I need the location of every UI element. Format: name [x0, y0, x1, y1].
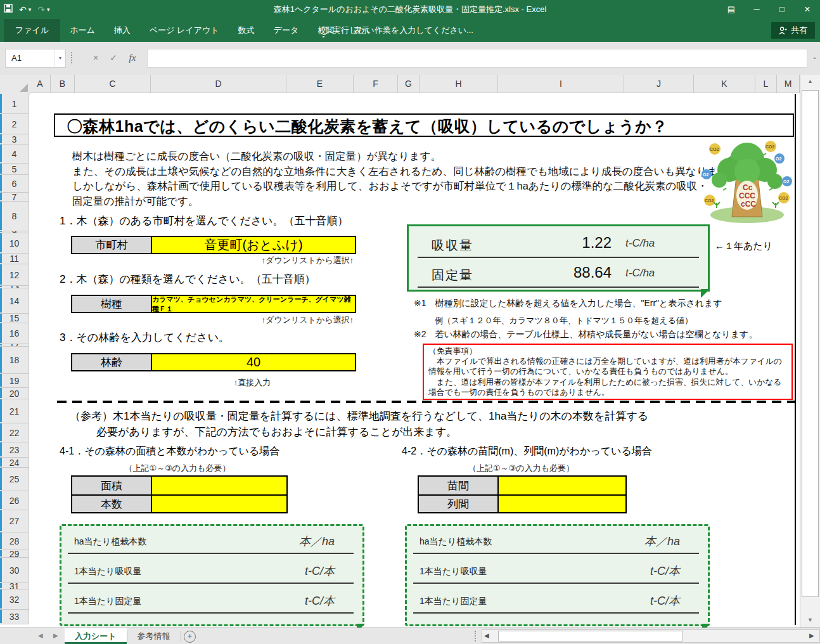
row-header-28[interactable]: 28 [0, 532, 29, 550]
ribbon-tab-5[interactable]: データ [264, 19, 309, 42]
share-button[interactable]: 共有 [771, 22, 815, 39]
underline [413, 583, 699, 584]
column-header-D[interactable]: D [151, 75, 286, 93]
intro-text: 樹木は樹種ごとに成長の度合い（二酸化炭素の吸収・固定量）が異なります。また、その… [72, 149, 739, 209]
column-header-M[interactable]: M [777, 75, 800, 93]
absorption-value: 1.22 [497, 234, 612, 252]
enter-icon[interactable]: ✓ [106, 49, 120, 67]
row-header-10[interactable]: 10 [0, 233, 29, 254]
row-header-4[interactable]: 4 [0, 145, 29, 164]
add-sheet-icon[interactable]: + [184, 631, 196, 643]
row-header-30[interactable]: 30 [0, 558, 29, 583]
ribbon-tab-0[interactable]: ファイル [4, 19, 60, 42]
sheet-nav-prev-icon[interactable]: ◀ [38, 632, 43, 639]
ribbon-tab-3[interactable]: ページ レイアウト [140, 19, 229, 42]
select-all-corner[interactable] [0, 75, 30, 94]
column-header-A[interactable]: A [30, 75, 51, 93]
scroll-up-icon[interactable]: ▲ [800, 75, 820, 87]
scroll-down-icon[interactable]: ▼ [800, 614, 820, 626]
row-header-1[interactable]: 1 [0, 94, 29, 114]
row-header-23[interactable]: 23 [0, 442, 29, 458]
row-header-16[interactable]: 16 [0, 323, 29, 344]
row-header-21[interactable]: 21 [0, 399, 29, 423]
row-header-2[interactable]: 2 [0, 114, 29, 134]
row-header-7[interactable]: 7 [0, 193, 29, 202]
close-icon[interactable]: × [795, 0, 820, 19]
row-header-18[interactable]: 18 [0, 347, 29, 374]
formula-expand-icon[interactable]: ⌄ [812, 53, 817, 60]
column-header-E[interactable]: E [286, 75, 354, 93]
row-header-5[interactable]: 5 [0, 164, 29, 175]
row-header-32[interactable]: 32 [0, 589, 29, 610]
row-header-25[interactable]: 25 [0, 468, 29, 491]
calc-box-left: ha当たり植栽本数本／ha1本当たり吸収量t-C/本1本当たり固定量t-C/本 [60, 524, 364, 626]
age-input-cell[interactable]: 40 [152, 354, 355, 370]
name-box-dropdown-icon[interactable]: ▾ [54, 49, 66, 68]
ribbon-tab-4[interactable]: 数式 [229, 19, 264, 42]
insert-function-icon[interactable]: fx [124, 49, 141, 67]
column-header-J[interactable]: J [624, 75, 694, 93]
maximize-icon[interactable]: □ [769, 0, 795, 19]
row-header-15[interactable]: 15 [0, 314, 29, 323]
column-header-I[interactable]: I [498, 75, 624, 93]
scroll-left-icon[interactable]: ◀ [484, 632, 489, 639]
column-header-L[interactable]: L [755, 75, 777, 93]
calc-row-unit: 本／ha [299, 534, 335, 549]
column-header-G[interactable]: G [398, 75, 420, 93]
calc-row-label: ha当たり植栽本数 [420, 536, 492, 548]
vertical-scrollbar[interactable]: ▲ ▼ [800, 75, 820, 628]
dropdown-hint-2: ↑ダウンリストから選択↑ [190, 314, 354, 326]
vertical-scroll-thumb[interactable] [802, 90, 819, 597]
row-header-14[interactable]: 14 [0, 288, 29, 314]
row-header-27[interactable]: 27 [0, 510, 29, 532]
name-box[interactable]: A1 [5, 49, 61, 68]
row-header-26[interactable]: 26 [0, 491, 29, 510]
row-spacing-input-cell[interactable] [499, 496, 625, 512]
column-header-K[interactable]: K [694, 75, 755, 93]
underline [418, 257, 699, 258]
window-title: 森林1ヘクタールのおおよその二酸化炭素吸収量・固定量推定.xlsx - Exce… [0, 0, 820, 19]
row-header-22[interactable]: 22 [0, 423, 29, 442]
formula-input[interactable] [147, 49, 807, 68]
minimize-icon[interactable]: ─ [744, 0, 769, 19]
calc-row-unit: t-C/本 [650, 593, 680, 609]
row-header-33[interactable]: 33 [0, 610, 29, 624]
row-header-8[interactable]: 8 [0, 202, 29, 231]
row-header-20[interactable]: 20 [0, 388, 29, 399]
sheet-tab-1[interactable]: 参考情報 [127, 628, 181, 644]
formula-bar-grip[interactable] [71, 52, 72, 63]
row-header-12[interactable]: 12 [0, 264, 29, 286]
calc-row-label: 1本当たり固定量 [420, 596, 487, 607]
excel-window: ↶ ▾ ↷ ▾ 森林1ヘクタールのおおよその二酸化炭素吸収量・固定量推定.xls… [0, 0, 820, 644]
species-row: 樹種 カラマツ、チョウセンカラマツ、クリーンラーチ、グイマツ雑種Ｆ１ [71, 295, 356, 313]
row-header-24[interactable]: 24 [0, 458, 29, 468]
ribbon-tab-2[interactable]: 挿入 [105, 19, 140, 42]
tell-me-box[interactable]: 実行したい作業を入力してください... [320, 19, 473, 42]
municipality-input-cell[interactable]: 音更町(おとふけ) [152, 237, 355, 253]
sheet-nav-next-icon[interactable]: ▶ [53, 632, 58, 639]
species-input-cell[interactable]: カラマツ、チョウセンカラマツ、クリーンラーチ、グイマツ雑種Ｆ１ [152, 296, 355, 312]
svg-text:CO2: CO2 [710, 147, 719, 151]
ribbon-display-options-icon[interactable]: ▤ [719, 0, 744, 19]
seedling-spacing-input-cell[interactable] [499, 477, 625, 494]
tab-splitter-grip[interactable] [475, 631, 476, 641]
row-header-29[interactable]: 29 [0, 550, 29, 558]
row-header-11[interactable]: 11 [0, 254, 29, 264]
row-header-6[interactable]: 6 [0, 175, 29, 193]
ribbon-tab-1[interactable]: ホーム [60, 19, 105, 42]
row-header-19[interactable]: 19 [0, 374, 29, 388]
calc-box-right: ha当たり植栽本数本／ha1本当たり吸収量t-C/本1本当たり固定量t-C/本 [405, 524, 710, 626]
column-header-B[interactable]: B [51, 75, 75, 93]
column-header-F[interactable]: F [354, 75, 398, 93]
count-input-cell[interactable] [152, 496, 286, 512]
sheet-tab-0[interactable]: 入力シート [65, 628, 127, 644]
horizontal-scroll-thumb[interactable] [498, 631, 683, 641]
row-header-3[interactable]: 3 [0, 134, 29, 145]
column-header-H[interactable]: H [420, 75, 498, 93]
row-header-31[interactable]: 31 [0, 583, 29, 589]
age-row: 林齢 40 [71, 353, 356, 371]
scroll-right-icon[interactable]: ▶ [809, 632, 814, 639]
column-header-C[interactable]: C [75, 75, 151, 93]
area-input-cell[interactable] [152, 477, 286, 494]
cancel-icon[interactable]: × [89, 49, 103, 67]
